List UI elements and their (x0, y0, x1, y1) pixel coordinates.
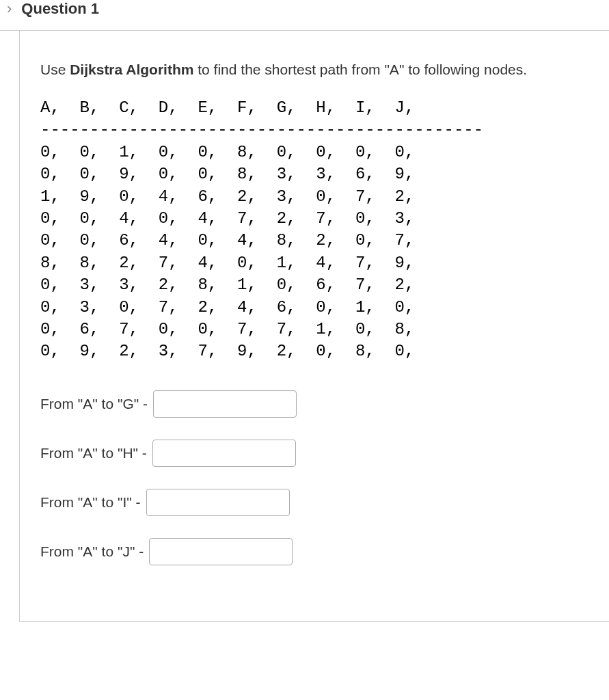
matrix-row: 1, 9, 0, 4, 6, 2, 3, 0, 7, 2, (40, 187, 414, 206)
answer-label-i: From "A" to "I" - (40, 494, 141, 511)
question-prompt: Use Dijkstra Algorithm to find the short… (40, 62, 588, 78)
matrix-row: 0, 0, 9, 0, 0, 8, 3, 3, 6, 9, (40, 165, 414, 183)
matrix-row: 8, 8, 2, 7, 4, 0, 1, 4, 7, 9, (40, 254, 414, 272)
prompt-bold: Dijkstra Algorithm (70, 62, 193, 77)
answer-row-j: From "A" to "J" - (40, 538, 588, 565)
answer-label-g: From "A" to "G" - (40, 396, 148, 412)
answer-row-g: From "A" to "G" - (40, 390, 588, 418)
prompt-pre: Use (40, 62, 70, 77)
answer-input-j[interactable] (149, 538, 293, 565)
answer-input-g[interactable] (153, 390, 297, 418)
answer-input-h[interactable] (152, 440, 296, 467)
matrix-row: 0, 3, 3, 2, 8, 1, 0, 6, 7, 2, (40, 275, 414, 294)
answer-row-h: From "A" to "H" - (40, 440, 588, 467)
matrix-row: 0, 6, 7, 0, 0, 7, 7, 1, 0, 8, (40, 320, 414, 338)
adjacency-matrix: A, B, C, D, E, F, G, H, I, J, ----------… (40, 97, 588, 363)
question-body: Use Dijkstra Algorithm to find the short… (19, 31, 609, 622)
question-title: Question 1 (21, 0, 99, 18)
prompt-post: to find the shortest path from "A" to fo… (193, 62, 527, 77)
matrix-row: 0, 0, 6, 4, 0, 4, 8, 2, 0, 7, (40, 231, 414, 250)
matrix-headers: A, B, C, D, E, F, G, H, I, J, (40, 98, 414, 117)
question-header: › Question 1 (0, 0, 609, 31)
answer-row-i: From "A" to "I" - (40, 489, 588, 516)
answer-label-j: From "A" to "J" - (40, 543, 144, 560)
matrix-divider: ----------------------------------------… (40, 120, 483, 139)
answer-input-i[interactable] (146, 489, 290, 516)
answer-label-h: From "A" to "H" - (40, 445, 147, 461)
matrix-row: 0, 0, 4, 0, 4, 7, 2, 7, 0, 3, (40, 209, 414, 228)
matrix-row: 0, 0, 1, 0, 0, 8, 0, 0, 0, 0, (40, 143, 414, 161)
matrix-row: 0, 9, 2, 3, 7, 9, 2, 0, 8, 0, (40, 342, 414, 360)
matrix-row: 0, 3, 0, 7, 2, 4, 6, 0, 1, 0, (40, 298, 414, 317)
chevron-right-icon: › (7, 1, 12, 16)
